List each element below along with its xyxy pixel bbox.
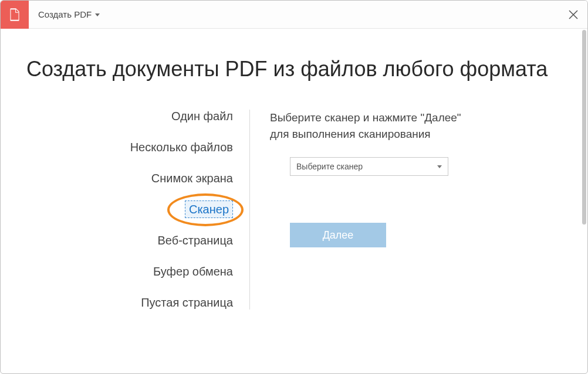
right-panel: Выберите сканер и нажмите "Далее" для вы… xyxy=(250,110,473,310)
page-title: Создать документы PDF из файлов любого ф… xyxy=(26,57,562,81)
option-webpage[interactable]: Веб-страница xyxy=(157,234,233,247)
option-screenshot[interactable]: Снимок экрана xyxy=(151,172,233,185)
pdf-app-icon xyxy=(1,1,29,29)
scrollbar-thumb[interactable] xyxy=(582,30,586,225)
menu-label: Создать PDF xyxy=(38,9,92,19)
scrollbar[interactable] xyxy=(582,30,586,372)
next-button[interactable]: Далее xyxy=(290,223,386,247)
option-clipboard[interactable]: Буфер обмена xyxy=(153,265,233,278)
create-pdf-dialog: Создать PDF Создать документы PDF из фай… xyxy=(0,0,588,374)
option-scanner[interactable]: Сканер xyxy=(185,200,233,218)
source-options-list: Один файл Несколько файлов Снимок экрана… xyxy=(26,110,249,310)
content-area: Создать документы PDF из файлов любого ф… xyxy=(1,29,587,373)
next-button-label: Далее xyxy=(323,229,354,242)
create-pdf-menu[interactable]: Создать PDF xyxy=(29,1,109,28)
chevron-down-icon xyxy=(437,165,442,168)
titlebar: Создать PDF xyxy=(1,1,587,29)
option-multiple-files[interactable]: Несколько файлов xyxy=(130,141,233,154)
option-single-file[interactable]: Один файл xyxy=(171,110,233,123)
close-button[interactable] xyxy=(559,1,587,28)
document-icon xyxy=(7,7,22,22)
close-icon xyxy=(569,10,578,19)
columns: Один файл Несколько файлов Снимок экрана… xyxy=(26,110,562,310)
chevron-down-icon xyxy=(95,13,100,16)
option-scanner-wrap: Сканер xyxy=(185,203,233,216)
scanner-select[interactable]: Выберите сканер xyxy=(290,157,448,176)
option-blank-page[interactable]: Пустая страница xyxy=(141,296,233,310)
scanner-select-placeholder: Выберите сканер xyxy=(296,162,363,171)
instruction-text: Выберите сканер и нажмите "Далее" для вы… xyxy=(270,110,473,142)
